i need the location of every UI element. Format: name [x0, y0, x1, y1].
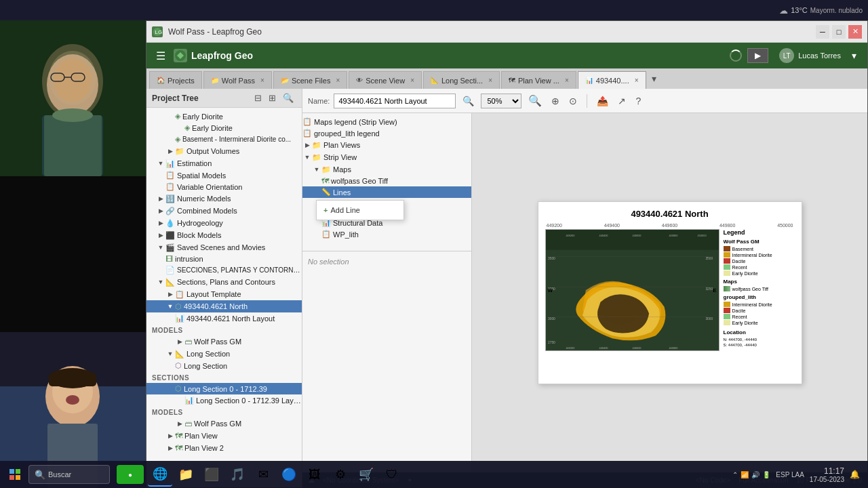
- tree-item-spatial-models[interactable]: 📋 Spatial Models: [146, 169, 302, 181]
- tree-item-intrusion[interactable]: 🎞 intrusion: [146, 253, 302, 264]
- tab-long-section-close[interactable]: ×: [488, 77, 492, 84]
- tree-item-block-models[interactable]: ▶ ⬛ Block Models: [146, 229, 302, 241]
- tab-plan-view-close[interactable]: ×: [565, 77, 569, 84]
- taskbar-app-chrome[interactable]: 🔵: [277, 462, 301, 487]
- map-tree-item-lines[interactable]: 📏 Lines: [302, 186, 471, 198]
- toggle-strip-view[interactable]: ▼: [302, 152, 312, 162]
- toggle-combined[interactable]: ▶: [156, 206, 165, 216]
- map-tree-item-plan-views[interactable]: ▶ 📁 Plan Views: [302, 139, 471, 151]
- tree-item-secciones[interactable]: 📄 SECCIONES, PLANTAS Y CONTORNOS: [146, 264, 302, 276]
- tab-scene-view[interactable]: 👁 Scene View ×: [349, 71, 422, 89]
- toggle-long-section[interactable]: ▼: [165, 349, 175, 359]
- tree-item-layout-template[interactable]: ▶ 📋 Layout Template: [146, 288, 302, 300]
- edge-button[interactable]: 🌐: [148, 462, 172, 487]
- tree-item-saved-scenes[interactable]: ▼ 🎬 Saved Scenes and Movies: [146, 241, 302, 253]
- tray-arrow[interactable]: ⌃: [732, 471, 738, 479]
- map-view-area[interactable]: 493440.4621 North 4492004494004496004498…: [472, 113, 867, 472]
- tab-scene-files-close[interactable]: ×: [336, 77, 340, 84]
- toggle-wolf-pass-gm1[interactable]: ▶: [175, 337, 184, 346]
- minimize-button[interactable]: ─: [816, 25, 829, 39]
- tree-action-search[interactable]: 🔍: [280, 92, 296, 104]
- tab-scene-view-close[interactable]: ×: [410, 77, 414, 84]
- tree-item-output-volumes[interactable]: ▶ 📁 Output Volumes: [146, 145, 302, 157]
- close-button[interactable]: ✕: [848, 25, 862, 39]
- toggle-layout-template[interactable]: ▶: [165, 289, 175, 299]
- zoom-in-button[interactable]: ⊕: [549, 94, 562, 108]
- toggle-block[interactable]: ▶: [156, 230, 165, 240]
- tab-projects[interactable]: 🏠 Projects: [149, 71, 202, 89]
- tree-item-long-section-0-layout[interactable]: 📊 Long Section 0 - 1712.39 Layout: [146, 394, 302, 406]
- map-tree-item-wolfpass-geo-tiff[interactable]: 🗺 wolfpass Geo Tiff: [302, 176, 471, 186]
- zoom-out-button[interactable]: 🔍: [526, 93, 545, 108]
- zoom-fit-button[interactable]: ⊙: [566, 94, 580, 108]
- toggle-numeric[interactable]: ▶: [156, 194, 165, 203]
- toggle-hydro[interactable]: ▶: [156, 218, 165, 228]
- map-tree-item-maps-legend[interactable]: 📋 Maps legend (Strip View): [302, 116, 471, 127]
- toggle-wolf-pass-gm2[interactable]: ▶: [175, 419, 184, 428]
- add-line-button[interactable]: + Add Line: [317, 203, 403, 217]
- toggle-plan-view[interactable]: ▶: [165, 431, 175, 441]
- tree-action-expand[interactable]: ⊞: [266, 92, 279, 104]
- tab-long-section[interactable]: 📐 Long Secti... ×: [423, 71, 500, 89]
- tree-item-hydrogeology[interactable]: ▶ 💧 Hydrogeology: [146, 217, 302, 229]
- tree-item-sections-plans[interactable]: ▼ 📐 Sections, Plans and Contours: [146, 276, 302, 288]
- map-tree-item-grouped-lith[interactable]: 📋 grouped_lith legend: [302, 127, 471, 139]
- tree-item-early-diorite-1[interactable]: ◈ Early Diorite: [146, 110, 302, 122]
- tree-item-basement[interactable]: ◈ Basement - Intermineral Diorite co...: [146, 134, 302, 145]
- tree-item-wolf-pass-gm-1[interactable]: ▶ 🗃 Wolf Pass GM: [146, 336, 302, 348]
- map-tree-item-maps[interactable]: ▼ 📁 Maps: [302, 163, 471, 176]
- tree-item-numeric-models[interactable]: ▶ 🔢 Numeric Models: [146, 192, 302, 205]
- tab-wolf-pass[interactable]: 📁 Wolf Pass ×: [203, 71, 272, 89]
- app-dropdown-button[interactable]: ▾: [846, 49, 862, 62]
- tree-item-long-section-item[interactable]: ⬡ Long Section: [146, 360, 302, 371]
- tab-wolf-pass-close[interactable]: ×: [260, 77, 264, 84]
- toggle-maps[interactable]: ▼: [312, 165, 321, 174]
- export-button[interactable]: 📤: [594, 94, 611, 108]
- tree-item-estimation[interactable]: ▼ 📊 Estimation: [146, 157, 302, 169]
- tree-item-long-section-folder[interactable]: ▼ 📐 Long Section: [146, 348, 302, 360]
- tab-493440[interactable]: 📊 493440.... ×: [578, 71, 646, 89]
- taskbar-app-store[interactable]: 🛒: [354, 462, 378, 487]
- tab-more-button[interactable]: ▾: [648, 72, 660, 85]
- hamburger-button[interactable]: ☰: [152, 48, 170, 64]
- toggle-493440[interactable]: ▼: [165, 302, 175, 311]
- zoom-select[interactable]: 50% 25% 75% 100%: [481, 94, 521, 108]
- share-button[interactable]: ↗: [615, 94, 629, 108]
- toggle-sections-plans[interactable]: ▼: [156, 277, 165, 287]
- map-tree-item-strip-view[interactable]: ▼ 📁 Strip View: [302, 151, 471, 163]
- tab-plan-view[interactable]: 🗺 Plan View ... ×: [501, 71, 576, 89]
- start-button[interactable]: [3, 462, 27, 487]
- play-button[interactable]: ▶: [747, 48, 768, 63]
- tree-item-wolf-pass-gm-2[interactable]: ▶ 🗃 Wolf Pass GM: [146, 418, 302, 430]
- taskbar-app-explorer[interactable]: 📁: [174, 462, 198, 487]
- tree-item-493440-north[interactable]: ▼ ⬡ 493440.4621 North: [146, 300, 302, 312]
- taskbar-app-mail[interactable]: ✉: [251, 462, 275, 487]
- tree-item-plan-view-2[interactable]: ▶ 🗺 Plan View 2: [146, 442, 302, 454]
- tree-item-north-layout[interactable]: 📊 493440.4621 North Layout: [146, 312, 302, 324]
- taskbar-app-settings[interactable]: ⚙: [328, 462, 353, 487]
- toggle-estimation[interactable]: ▼: [156, 159, 165, 168]
- toggle-plan-view-2[interactable]: ▶: [165, 443, 175, 453]
- tree-item-plan-view-folder[interactable]: ▶ 🗺 Plan View: [146, 430, 302, 442]
- taskbar-app-photos[interactable]: 🖼: [302, 462, 327, 487]
- tab-scene-files[interactable]: 📂 Scene Files ×: [273, 71, 347, 89]
- notification-icon[interactable]: 🔔: [850, 470, 860, 479]
- taskbar-search[interactable]: 🔍 Buscar: [28, 465, 110, 484]
- toggle-plan-views[interactable]: ▶: [302, 140, 312, 150]
- toggle-output-volumes[interactable]: ▶: [165, 146, 175, 156]
- taskbar-app-terminal[interactable]: ⬛: [199, 462, 224, 487]
- search-zoom-button[interactable]: 🔍: [460, 94, 477, 108]
- tree-item-combined-models[interactable]: ▶ 🔗 Combined Models: [146, 205, 302, 217]
- layout-name-input[interactable]: [334, 94, 456, 108]
- tab-493440-close[interactable]: ×: [635, 77, 639, 84]
- tree-item-early-diorite-2[interactable]: ◈ Early Diorite: [146, 122, 302, 134]
- taskbar-app-security[interactable]: 🛡: [380, 462, 404, 487]
- tree-item-long-section-0[interactable]: ⬡ Long Section 0 - 1712.39: [146, 383, 302, 394]
- toggle-saved-scenes[interactable]: ▼: [156, 243, 165, 252]
- maximize-button[interactable]: □: [832, 25, 846, 39]
- tree-item-variable-orientation[interactable]: 📋 Variable Orientation: [146, 181, 302, 192]
- map-tree-item-wp-lith[interactable]: 📋 WP_lith: [302, 228, 471, 240]
- tree-action-collapse[interactable]: ⊟: [252, 92, 264, 104]
- taskbar-app-spotify[interactable]: 🎵: [225, 462, 250, 487]
- active-status-button[interactable]: ●: [117, 465, 144, 484]
